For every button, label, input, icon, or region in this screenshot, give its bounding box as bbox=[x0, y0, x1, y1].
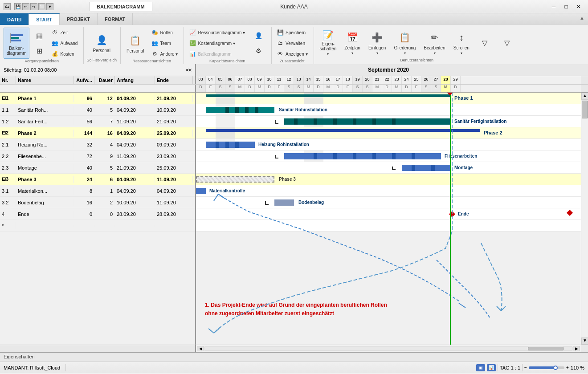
dow-M5: M bbox=[372, 85, 382, 92]
dow-D1: D bbox=[196, 85, 206, 92]
bar-1-1[interactable] bbox=[206, 107, 274, 113]
benutzer-content: 📝 Eigen-schaften▾ 📅 Zeitplan▾ ➕ Einfügen… bbox=[317, 28, 517, 58]
active-tab-label: BALKENDIAGRAMM bbox=[89, 2, 152, 11]
btn-personal-kap[interactable]: 👤 bbox=[249, 28, 268, 43]
table-row-2-2[interactable]: 2.2 Fliesenabe... 72 9 11.09.20 23.09.20 bbox=[0, 150, 195, 162]
tag-label: TAG 1 : 1 bbox=[500, 365, 520, 370]
btn-anzeigen[interactable]: 👁Anzeigen ▾ bbox=[274, 49, 310, 59]
table-row-1-2[interactable]: 1.2 Sanitär Fert... 56 7 11.09.20 21.09.… bbox=[0, 116, 195, 127]
quick-more[interactable]: ▼ bbox=[46, 3, 53, 10]
kapazitaet-large-btns: 👤 ⚙ bbox=[249, 28, 268, 58]
tab-format[interactable]: FORMAT bbox=[98, 13, 133, 25]
view-btn2[interactable]: ▦ bbox=[31, 28, 47, 43]
personal-sollIst-icon: 👤 bbox=[94, 33, 109, 47]
dow-M6: M bbox=[392, 85, 402, 92]
maximize-button[interactable]: □ bbox=[560, 3, 572, 11]
table-row-phase1[interactable]: ⊟1 Phase 1 96 12 04.09.20 21.09.20 bbox=[0, 93, 195, 104]
table-row-3-2[interactable]: 3.2 Bodenbelag 16 2 10.09.20 11.09.20 bbox=[0, 197, 195, 208]
tab-projekt[interactable]: PROJEKT bbox=[60, 13, 98, 25]
dow-F4: F bbox=[412, 85, 421, 92]
day-11: 11 bbox=[274, 76, 284, 84]
btn-zeitplan[interactable]: 📅 Zeitplan▾ bbox=[341, 28, 363, 58]
zoom-slider[interactable] bbox=[529, 366, 564, 369]
gantt-row-phase1: Phase 1 bbox=[196, 93, 581, 104]
btn-rollen[interactable]: 🎭Rollen bbox=[149, 28, 180, 37]
scroll-right-btn[interactable]: ▶ bbox=[573, 346, 580, 351]
dow-S6: S bbox=[363, 85, 372, 92]
dow-spacer-left bbox=[0, 85, 196, 92]
btn-ressourcendiagramm[interactable]: 📈Ressourcendiagramm ▾ bbox=[187, 28, 247, 37]
scroll-up-btn[interactable]: ▲ bbox=[581, 93, 588, 100]
table-row-1-1[interactable]: 1.1 Sanitär Roh... 40 5 04.09.20 10.09.2… bbox=[0, 104, 195, 116]
bar-2-2[interactable] bbox=[284, 153, 441, 159]
annotation-area: 1. Das Projekt-Ende wird auf Grund der e… bbox=[205, 301, 499, 318]
btn-verwalten[interactable]: 🗂Verwalten bbox=[274, 38, 310, 48]
table-row-4[interactable]: 4 Ende 0 0 28.09.20 28.09.20 bbox=[0, 208, 195, 220]
bar-2-3[interactable] bbox=[402, 165, 451, 171]
btn-maschinen-kap[interactable]: ⚙ bbox=[249, 44, 268, 58]
btn-kosten[interactable]: 💰Kosten bbox=[49, 49, 80, 59]
table-row-phase3[interactable]: ⊟3 Phase 3 24 6 04.09.20 11.09.20 bbox=[0, 174, 195, 185]
table-row-2-3[interactable]: 2.3 Montage 40 5 21.09.20 25.09.20 bbox=[0, 162, 195, 174]
scroll-left-btn[interactable]: ◀ bbox=[197, 346, 204, 351]
balkdiag-kap-icon: 📊 bbox=[189, 50, 196, 57]
scroll-down-btn[interactable]: ▼ bbox=[581, 337, 588, 345]
btn-einfuegen[interactable]: ➕ Einfügen▾ bbox=[365, 28, 389, 58]
quick-redo[interactable]: ↪ bbox=[30, 3, 37, 10]
day-17: 17 bbox=[333, 76, 343, 84]
gantt-row-1-2: Sanitär Fertiginstallation bbox=[196, 116, 581, 127]
table-row-3-1[interactable]: 3.1 Materialkon... 8 1 04.09.20 04.09.20 bbox=[0, 185, 195, 197]
quick-undo[interactable]: ↩ bbox=[22, 3, 29, 10]
table-row-phase2[interactable]: ⊟2 Phase 2 144 16 04.09.20 25.09.20 bbox=[0, 127, 195, 139]
btn-team[interactable]: 👥Team bbox=[149, 38, 180, 48]
scrollbar-horizontal[interactable]: ◀ ▶ bbox=[0, 345, 588, 352]
dow-spacer bbox=[461, 85, 581, 92]
scrollbar-right[interactable]: ▲ ▼ bbox=[581, 93, 588, 345]
day-20: 20 bbox=[363, 76, 372, 84]
btn-eigenschaften[interactable]: 📝 Eigen-schaften▾ bbox=[317, 28, 340, 58]
btn-balkdiag-kap: 📊Balkendiagramm bbox=[187, 49, 247, 59]
rollen-icon: 🎭 bbox=[151, 29, 158, 36]
table-row-2-1[interactable]: 2.1 Heizung Ro... 32 4 04.09.20 09.09.20 bbox=[0, 139, 195, 150]
svg-rect-2 bbox=[10, 40, 21, 41]
btn-aufwand[interactable]: 👥Aufwand bbox=[49, 38, 80, 48]
bar-2-1[interactable] bbox=[206, 142, 255, 148]
minimize-button[interactable]: ─ bbox=[548, 3, 559, 11]
quick-window[interactable]: ⬜ bbox=[38, 3, 45, 10]
btn-gliederung[interactable]: 📋 Gliederung▾ bbox=[391, 28, 419, 58]
stichtag-nav[interactable]: << bbox=[186, 67, 192, 73]
btn-speichern[interactable]: 💾Speichern bbox=[274, 28, 310, 37]
zoom-in-btn[interactable]: + bbox=[566, 365, 569, 370]
tab-start[interactable]: START bbox=[29, 13, 60, 25]
btn-bearbeiten[interactable]: ✏ Bearbeiten▾ bbox=[421, 28, 448, 58]
kapazitaet-label: Kapazitätsansichten bbox=[187, 59, 268, 64]
sollIst-content: 👤 Personal bbox=[90, 28, 113, 58]
quick-save[interactable]: 💾 bbox=[14, 3, 21, 10]
scroll-thumb[interactable] bbox=[582, 101, 588, 118]
btn-scrollen[interactable]: ↕ Scrollen▾ bbox=[450, 28, 473, 58]
view-btn3[interactable]: ⊞ bbox=[31, 44, 47, 58]
properties-panel: Eigenschaften bbox=[0, 352, 588, 362]
scrollbar-h-thumb[interactable] bbox=[528, 347, 564, 350]
btn-personal-sollIst[interactable]: 👤 Personal bbox=[90, 28, 113, 58]
dow-M1: M bbox=[235, 85, 245, 92]
zoom-slider-thumb[interactable] bbox=[553, 366, 558, 370]
zoom-out-btn[interactable]: − bbox=[524, 365, 527, 370]
bar-3-1[interactable] bbox=[196, 188, 206, 194]
bar-1-2[interactable] bbox=[284, 118, 451, 125]
table-row-empty[interactable]: * bbox=[0, 220, 195, 232]
btn-kostendiagramm[interactable]: 💹Kostendiagramm ▾ bbox=[187, 38, 247, 48]
balkendiagramm-button[interactable]: Balken-diagramm bbox=[4, 28, 29, 59]
gantt-days-header: 03 04 05 06 07 08 09 10 11 12 13 14 15 1… bbox=[196, 76, 581, 84]
soll-ist-label: Soll-Ist-Vergleich bbox=[86, 58, 117, 63]
tab-datei[interactable]: DATEI bbox=[0, 13, 29, 25]
btn-filter2[interactable]: ▽ bbox=[497, 28, 517, 58]
btn-personal-res[interactable]: 📋 Personal bbox=[123, 28, 147, 58]
btn-andere[interactable]: ⚙Andere ▾ bbox=[149, 49, 180, 59]
close-button[interactable]: ✕ bbox=[573, 3, 584, 11]
kapazitaet-content: 📈Ressourcendiagramm ▾ 💹Kostendiagramm ▾ … bbox=[187, 28, 268, 59]
day-16: 16 bbox=[323, 76, 333, 84]
btn-filter1[interactable]: ▽ bbox=[474, 28, 495, 58]
btn-zeit[interactable]: ⏱Zeit bbox=[49, 28, 80, 37]
th-nr: Nr. bbox=[0, 76, 16, 84]
